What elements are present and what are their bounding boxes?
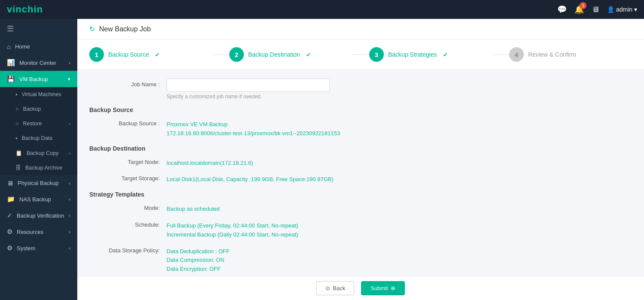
notification-badge: 3	[580, 2, 586, 9]
sidebar-item-nas-backup[interactable]: 📁 NAS Backup ‹	[0, 191, 77, 207]
step-1-check: ✔	[155, 52, 160, 58]
sidebar-item-monitor-center[interactable]: 📊 Monitor Center ‹	[0, 55, 77, 71]
step-1-circle: 1	[89, 47, 104, 62]
job-name-input[interactable]: Proxmox VE Backup2	[167, 79, 330, 92]
chevron-verification-icon: ‹	[69, 213, 70, 218]
step-1: 1 Backup Source ✔	[89, 47, 212, 62]
submit-button[interactable]: Submit ⊕	[361, 281, 404, 295]
page-header: ↻ New Backup Job	[77, 19, 644, 39]
monitor-icon[interactable]: 🖥	[592, 5, 599, 14]
backup-source-value: Proxmox VE VM Backup 172.18.16.60:8006/c…	[167, 118, 632, 138]
logo: vinchin	[7, 4, 43, 15]
chevron-physical-icon: ‹	[69, 181, 70, 186]
monitor-center-icon: 📊	[7, 59, 15, 67]
step-3: 3 Backup Strategies ✔	[369, 47, 492, 62]
schedule-label: Schedule:	[89, 219, 167, 228]
data-storage-line1: Data Deduplication : OFF	[167, 247, 632, 256]
content-area: ↻ New Backup Job 1 Backup Source ✔ 2 Bac…	[77, 19, 644, 300]
step-divider-1	[212, 55, 229, 55]
data-storage-label: Data Storage Policy:	[89, 245, 167, 254]
sidebar-item-virtual-machines[interactable]: ▪ Virtual Machines	[0, 87, 77, 102]
sidebar-label-physical-backup: Physical Backup	[18, 180, 58, 186]
sidebar-item-physical-backup[interactable]: 🖥 Physical Backup ‹	[0, 175, 77, 191]
step-divider-3	[492, 55, 509, 55]
data-storage-line3: Data Encryption: OFF	[167, 265, 632, 274]
user-menu[interactable]: 👤 admin ▾	[607, 6, 637, 13]
target-node-label: Target Node:	[89, 156, 167, 165]
sidebar-item-backup-data[interactable]: ▪ Backup Data	[0, 131, 77, 145]
strategy-templates-section-title: Strategy Templates	[89, 191, 632, 198]
backup-source-label: Backup Source :	[89, 118, 167, 127]
backup-source-section-title: Backup Source	[89, 106, 632, 113]
sidebar-label-nas-backup: NAS Backup	[19, 196, 51, 203]
schedule-line2: Incremental Backup (Daily 02:44:00 Start…	[167, 230, 632, 239]
back-button[interactable]: ⊙ Back	[316, 281, 354, 295]
sidebar-label-system: System	[17, 245, 35, 252]
bottom-bar: ⊙ Back Submit ⊕	[77, 276, 644, 300]
wizard-steps: 1 Backup Source ✔ 2 Backup Destination ✔…	[77, 39, 644, 70]
sidebar-toggle[interactable]: ☰	[0, 19, 77, 39]
sidebar-item-backup-verification[interactable]: ✓ Backup Verification ‹	[0, 207, 77, 224]
step-2-check: ✔	[306, 52, 311, 58]
sidebar-label-monitor-center: Monitor Center	[19, 60, 56, 66]
backup-icon: ○	[15, 106, 19, 112]
submit-label: Submit	[371, 285, 388, 291]
step-3-check: ✔	[443, 52, 448, 58]
notification-icon[interactable]: 🔔 3	[574, 5, 584, 14]
sidebar-item-resources[interactable]: ⚙ Resources ‹	[0, 224, 77, 240]
logo-chin: chin	[22, 4, 43, 15]
sidebar-item-backup[interactable]: ○ Backup	[0, 102, 77, 116]
job-name-row: Job Name : Proxmox VE Backup2 Specify a …	[89, 79, 632, 100]
sidebar-item-restore[interactable]: ○ Restore ‹	[0, 116, 77, 131]
virtual-machines-icon: ▪	[15, 91, 17, 97]
back-circle-icon: ⊙	[325, 285, 330, 291]
sidebar-item-vm-backup[interactable]: 💾 VM Backup ▾	[0, 71, 77, 87]
step-divider-2	[352, 55, 369, 55]
job-name-hint: Specify a customized job name if needed.	[167, 94, 632, 100]
chevron-restore-icon: ‹	[69, 121, 70, 126]
back-label: Back	[333, 285, 345, 291]
sidebar-item-backup-copy[interactable]: 📋 Backup Copy ‹	[0, 145, 77, 161]
sidebar-label-home: Home	[15, 43, 30, 50]
chat-icon[interactable]: 💬	[557, 5, 567, 14]
data-storage-value: Data Deduplication : OFF Data Compressio…	[167, 245, 632, 274]
sidebar-label-backup-verification: Backup Verification	[17, 212, 64, 219]
step-3-label: Backup Strategies	[388, 51, 437, 58]
step-2: 2 Backup Destination ✔	[229, 47, 352, 62]
backup-source-row: Backup Source : Proxmox VE VM Backup 172…	[89, 118, 632, 138]
step-1-label: Backup Source	[108, 51, 149, 58]
data-storage-row: Data Storage Policy: Data Deduplication …	[89, 245, 632, 274]
job-name-input-wrapper: Proxmox VE Backup2 Specify a customized …	[167, 79, 632, 100]
target-storage-row: Target Storage: Local Disk1(Local Disk, …	[89, 173, 632, 184]
resources-icon: ⚙	[7, 228, 12, 236]
chevron-monitor-icon: ‹	[69, 60, 70, 65]
schedule-line1: Full Backup (Every Friday, 02:44:00 Star…	[167, 221, 632, 230]
step-2-circle: 2	[229, 47, 244, 62]
nas-backup-icon: 📁	[7, 195, 15, 203]
step-4-label: Review & Confirm	[528, 51, 576, 58]
step-2-label: Backup Destination	[248, 51, 300, 58]
chevron-resources-icon: ‹	[69, 229, 70, 234]
backup-data-icon: ▪	[15, 135, 17, 141]
step-4: 4 Review & Confirm	[509, 47, 632, 62]
home-icon: ⌂	[7, 43, 11, 50]
schedule-value: Full Backup (Every Friday, 02:44:00 Star…	[167, 219, 632, 239]
job-name-label: Job Name :	[89, 79, 167, 88]
topbar: vinchin 💬 🔔 3 🖥 👤 admin ▾	[0, 0, 644, 19]
sidebar-item-home[interactable]: ⌂ Home	[0, 39, 77, 55]
mode-row: Mode: Backup as scheduled	[89, 202, 632, 214]
step-3-circle: 3	[369, 47, 384, 62]
chevron-backup-copy-icon: ‹	[69, 151, 70, 156]
sidebar-label-resources: Resources	[17, 229, 43, 235]
sidebar-item-system[interactable]: ⚙ System ‹	[0, 240, 77, 256]
submit-plus-icon: ⊕	[391, 285, 395, 291]
backup-source-line1: Proxmox VE VM Backup	[167, 120, 632, 129]
step-4-circle: 4	[509, 47, 524, 62]
main-layout: ☰ ⌂ Home 📊 Monitor Center ‹ 💾 VM Backup …	[0, 19, 644, 300]
schedule-row: Schedule: Full Backup (Every Friday, 02:…	[89, 219, 632, 239]
data-storage-line2: Data Compression: ON	[167, 256, 632, 265]
mode-value: Backup as scheduled	[167, 202, 632, 214]
sidebar-sub-vm-backup: ▪ Virtual Machines ○ Backup ○ Restore ‹ …	[0, 87, 77, 175]
chevron-system-icon: ‹	[69, 245, 70, 251]
sidebar-item-backup-archive[interactable]: 🗄 Backup Archive	[0, 161, 77, 175]
